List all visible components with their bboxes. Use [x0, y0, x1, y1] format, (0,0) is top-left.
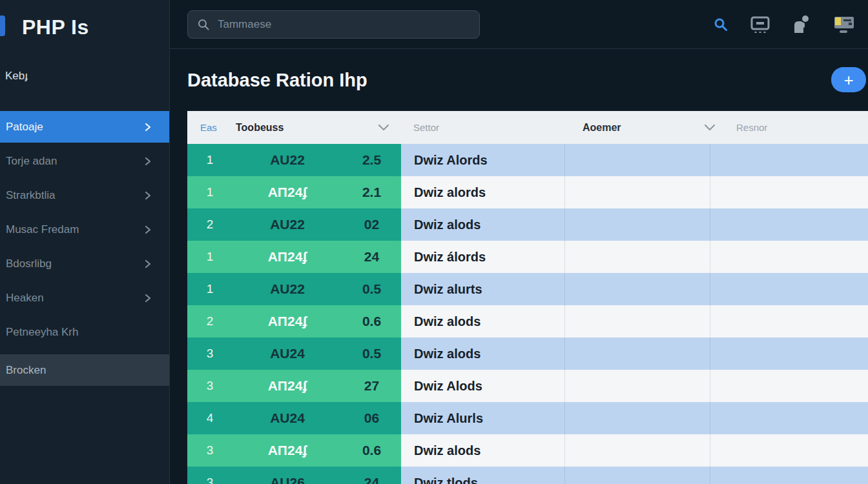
cell-code: AU22 [232, 273, 342, 305]
table-row[interactable]: 1 AП24ʄ 24 Dwiz álords [187, 241, 868, 273]
cell-empty [565, 434, 710, 467]
cell-code: AU22 [232, 144, 342, 176]
cell-name: Dwiz alurts [401, 273, 565, 305]
cell-empty [565, 467, 710, 484]
table-row[interactable]: 2 AU22 02 Dwiz alods [187, 208, 868, 241]
cell-num: 4 [187, 402, 232, 434]
cell-num: 1 [187, 144, 232, 176]
table-row[interactable]: 3 AП24ʄ 0.6 Dwiz alods [187, 434, 868, 467]
topbar [170, 0, 868, 49]
cell-value: 0.5 [342, 273, 401, 305]
logo: PHP Is [0, 12, 169, 43]
cell-empty [565, 305, 710, 338]
cell-value: 02 [342, 208, 401, 241]
cell-code: AU24 [232, 402, 342, 434]
table-row[interactable]: 3 AП24ʄ 27 Dwiz Alods [187, 370, 868, 402]
cell-value: 24 [342, 467, 401, 484]
cell-value: 06 [342, 402, 401, 434]
cell-empty [565, 241, 710, 273]
search-input[interactable] [210, 11, 479, 38]
sidebar-item-label: Bdosrlibg [6, 257, 52, 270]
cell-value: 2.1 [342, 176, 401, 208]
cell-empty [565, 208, 710, 241]
cell-empty [710, 176, 868, 208]
display-icon[interactable] [833, 15, 855, 34]
column-header-resnor[interactable]: Resnor [736, 111, 767, 144]
cell-num: 1 [187, 273, 232, 305]
sidebar-item-label: Torje adan [6, 155, 57, 168]
cell-empty [565, 370, 710, 402]
table-row[interactable]: 4 AU24 06 Dwiz Alurls [187, 402, 868, 434]
cell-num: 1 [187, 241, 232, 273]
table-body: 1 AU22 2.5 Dwiz Alords 1 AП24ʄ 2.1 Dwiz … [187, 144, 868, 484]
search-box [187, 10, 480, 39]
chevron-down-icon[interactable] [704, 111, 716, 144]
cell-value: 0.6 [342, 434, 401, 467]
cell-empty [710, 144, 868, 176]
cell-value: 2.5 [342, 144, 401, 176]
cell-name: Dwiz Alords [401, 144, 565, 176]
cell-empty [565, 144, 710, 176]
table-row[interactable]: 3 AU24 0.5 Dwiz alods [187, 338, 868, 370]
chevron-down-icon[interactable] [378, 111, 389, 144]
cell-empty [710, 370, 868, 402]
page-head: Database Ration Ihp + [170, 49, 868, 111]
table-header-row: Eas Toobeuss Settor Aoemer Resnor [187, 111, 868, 144]
sidebar-item[interactable]: Patoaje [0, 111, 169, 143]
table-row[interactable]: 3 AU26 24 Dwiz tlods [187, 467, 868, 484]
logo-title: PHP Is [22, 15, 89, 39]
table-row[interactable]: 1 AU22 0.5 Dwiz alurts [187, 273, 868, 305]
cell-empty [565, 176, 710, 208]
chevron-right-icon [143, 225, 152, 234]
table-row[interactable]: 1 AП24ʄ 2.1 Dwiz alords [187, 176, 868, 208]
sidebar-item[interactable]: Bdosrlibg [0, 248, 169, 279]
monitor-icon[interactable] [750, 15, 770, 34]
user-icon[interactable] [792, 15, 811, 34]
cell-empty [710, 467, 868, 484]
topbar-icons [713, 0, 855, 49]
column-header-settor[interactable]: Settor [413, 111, 439, 144]
add-button[interactable]: + [831, 67, 866, 92]
cell-code: AП24ʄ [232, 305, 342, 338]
cell-num: 3 [187, 467, 232, 484]
chevron-right-icon [143, 123, 152, 132]
search-icon[interactable] [713, 17, 728, 32]
cell-code: AП24ʄ [232, 176, 342, 208]
cell-empty [710, 434, 868, 467]
column-header-eas[interactable]: Eas [200, 111, 217, 144]
cell-num: 3 [187, 434, 232, 467]
cell-name: Dwiz álords [401, 241, 565, 273]
logo-icon [0, 15, 5, 36]
cell-code: AU24 [232, 338, 342, 370]
data-table: Eas Toobeuss Settor Aoemer Resnor 1 AU22… [187, 111, 868, 484]
cell-code: AП24ʄ [232, 370, 342, 402]
sidebar-item[interactable]: Heaken [0, 282, 169, 314]
cell-empty [710, 402, 868, 434]
column-header-toobeuss[interactable]: Toobeuss [236, 111, 284, 144]
sidebar-item[interactable]: Torje adan [0, 145, 169, 177]
cell-value: 0.5 [342, 338, 401, 370]
sidebar-item[interactable]: Strarkbtlia [0, 179, 169, 211]
cell-empty [565, 338, 710, 370]
cell-num: 2 [187, 305, 232, 338]
sidebar-item[interactable]: Petneeyha Krh [0, 316, 169, 348]
cell-num: 3 [187, 370, 232, 402]
cell-empty [710, 208, 868, 241]
cell-code: AП24ʄ [232, 434, 342, 467]
chevron-right-icon [143, 294, 152, 303]
cell-code: AU22 [232, 208, 342, 241]
table-row[interactable]: 2 AП24ʄ 0.6 Dwiz alods [187, 305, 868, 338]
cell-name: Dwiz alods [401, 305, 565, 338]
cell-num: 2 [187, 208, 232, 241]
table-row[interactable]: 1 AU22 2.5 Dwiz Alords [187, 144, 868, 176]
search-icon [197, 18, 210, 31]
sidebar-item[interactable]: Musac Fredam [0, 214, 169, 245]
sidebar-item[interactable]: Brocken [0, 354, 169, 386]
sidebar-item-label: Petneeyha Krh [6, 326, 78, 339]
sidebar-item-label: Musac Fredam [6, 223, 79, 236]
cell-empty [565, 273, 710, 305]
chevron-right-icon [143, 259, 152, 268]
column-header-aoemer[interactable]: Aoemer [583, 111, 621, 144]
cell-name: Dwiz tlods [401, 467, 565, 484]
cell-name: Dwiz alods [401, 338, 565, 370]
